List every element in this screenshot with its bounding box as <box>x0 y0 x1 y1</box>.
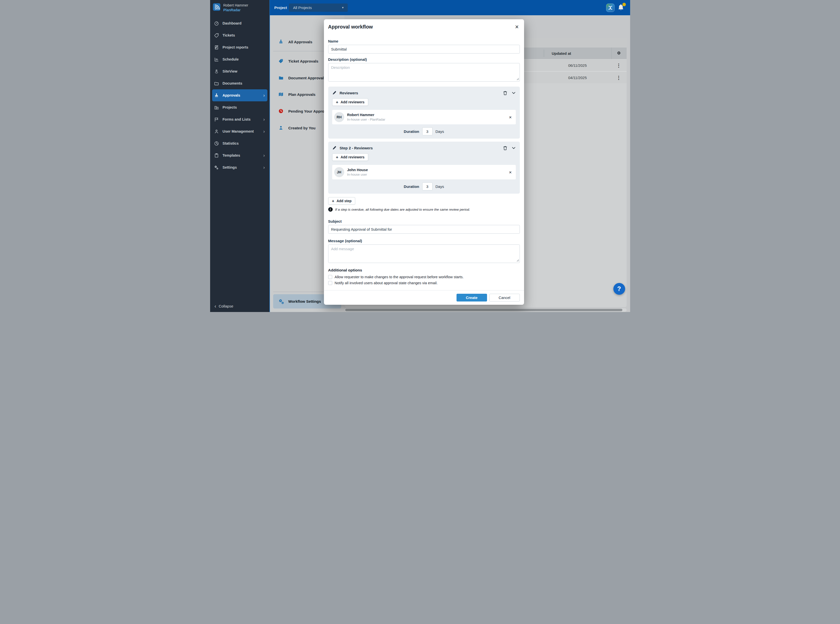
account-block[interactable]: Robert Hammer PlanRadar <box>213 3 249 12</box>
trash-icon[interactable] <box>503 146 508 150</box>
description-label: Description (optional) <box>328 57 520 62</box>
info-note: If a step is overdue, all following due … <box>335 208 470 212</box>
approval-workflow-modal: Approval workflow × Name Description (op… <box>324 19 524 305</box>
flag-icon <box>214 117 219 122</box>
info-icon: i <box>328 207 333 212</box>
sidebar-item-statistics[interactable]: Statistics <box>210 137 269 149</box>
clock-icon <box>278 108 283 114</box>
edit-pencil-icon[interactable] <box>332 91 337 95</box>
tag-icon <box>278 59 283 63</box>
chevron-right-icon: › <box>263 129 265 134</box>
updated-at-header[interactable]: Updated at <box>552 48 571 59</box>
updated-at-cell: 04/11/2025 <box>544 72 611 83</box>
notification-badge <box>622 3 626 6</box>
reviewer-subtitle: In-house user - PlanRadar <box>347 117 385 121</box>
sidebar-item-dashboard[interactable]: Dashboard <box>210 17 269 29</box>
notify-users-option[interactable]: Notify all involved users about approval… <box>328 281 520 285</box>
user-name: Robert Hammer <box>223 3 249 7</box>
collapse-sidebar-button[interactable]: ‹ Collapse <box>215 303 233 309</box>
description-textarea[interactable] <box>328 63 520 82</box>
sidebar-item-documents[interactable]: Documents <box>210 77 269 89</box>
chevron-right-icon: › <box>263 165 265 170</box>
duration-label: Duration <box>404 129 419 134</box>
duration-unit: Days <box>435 129 444 134</box>
sidebar-item-project-reports[interactable]: Project reports <box>210 41 269 53</box>
sidebar-item-forms-and-lists[interactable]: Forms and Lists › <box>210 113 269 125</box>
step-title: Reviewers <box>340 91 503 95</box>
sidebar-item-user-management[interactable]: User Management › <box>210 125 269 137</box>
project-dropdown[interactable]: All Projects ▼ <box>289 3 348 12</box>
sidebar-item-approvals[interactable]: Approvals › <box>212 89 267 101</box>
workflow-step-2: Step 2 - Reviewers + Add reviewers JH Jo… <box>328 142 520 194</box>
trash-icon[interactable] <box>503 91 508 95</box>
folder-icon <box>278 75 283 80</box>
add-reviewers-button[interactable]: + Add reviewers <box>332 153 369 161</box>
chevron-right-icon: › <box>263 93 265 97</box>
subject-label: Subject <box>328 219 520 224</box>
connect-icon <box>608 5 613 11</box>
subject-input[interactable] <box>328 225 520 234</box>
app-switcher-button[interactable] <box>606 3 615 12</box>
duration-input[interactable] <box>422 127 432 135</box>
name-input[interactable] <box>328 45 520 54</box>
edit-pencil-icon[interactable] <box>332 146 337 150</box>
chevron-down-icon[interactable] <box>511 146 516 150</box>
person-icon <box>214 129 219 134</box>
map-icon <box>278 92 283 97</box>
sidebar-item-templates[interactable]: Templates › <box>210 149 269 161</box>
sidebar-item-tickets[interactable]: Tickets <box>210 29 269 41</box>
stamp-icon <box>214 93 219 98</box>
plus-icon: + <box>336 155 338 159</box>
notifications-button[interactable] <box>618 4 625 12</box>
stamp-icon <box>278 39 283 44</box>
top-bar: Project All Projects ▼ <box>270 0 630 15</box>
allow-changes-option[interactable]: Allow requester to make changes to the a… <box>328 275 520 279</box>
horizontal-scrollbar-track[interactable] <box>344 308 627 312</box>
chevron-down-icon[interactable] <box>511 91 516 95</box>
create-button[interactable]: Create <box>457 294 487 301</box>
clipboard-icon <box>214 153 219 158</box>
planradar-logo <box>213 3 220 11</box>
duration-unit: Days <box>435 184 444 188</box>
question-mark-icon: ? <box>617 285 621 292</box>
reviewer-name: Robert Hammer <box>347 113 385 117</box>
checkbox[interactable] <box>328 275 332 279</box>
avatar: JH <box>334 167 344 177</box>
duration-input[interactable] <box>422 182 432 190</box>
workflow-gears-icon <box>278 298 284 304</box>
close-icon[interactable]: × <box>514 23 520 31</box>
add-reviewers-button[interactable]: + Add reviewers <box>332 98 369 106</box>
plus-icon: + <box>332 199 334 203</box>
row-menu-kebab-icon[interactable]: ⋮ <box>616 60 621 71</box>
horizontal-scrollbar-thumb[interactable] <box>345 309 622 311</box>
report-icon <box>214 45 219 50</box>
plus-icon: + <box>336 100 338 104</box>
remove-reviewer-icon[interactable]: × <box>509 115 511 120</box>
cancel-button[interactable]: Cancel <box>489 294 520 301</box>
reviewer-card: JH John House In-house user × <box>332 165 516 179</box>
table-settings-gear-icon[interactable] <box>616 51 621 56</box>
message-textarea[interactable] <box>328 244 520 263</box>
sidebar-item-schedule[interactable]: Schedule <box>210 53 269 65</box>
person-icon <box>278 125 283 130</box>
pie-chart-icon <box>214 141 219 146</box>
name-label: Name <box>328 39 520 43</box>
folder-icon <box>214 81 219 86</box>
workflow-step-1: Reviewers + Add reviewers RH Robert Hamm… <box>328 86 520 139</box>
main-sidebar: Robert Hammer PlanRadar Dashboard Ticket… <box>210 0 270 312</box>
add-step-button[interactable]: + Add step <box>328 197 355 205</box>
sidebar-item-siteview[interactable]: SiteView <box>210 65 269 77</box>
sidebar-item-projects[interactable]: Projects <box>210 101 269 113</box>
buildings-icon <box>214 105 219 110</box>
checkbox[interactable] <box>328 281 332 285</box>
person-pin-icon <box>214 69 219 74</box>
additional-options-label: Additional options <box>328 268 520 272</box>
project-dropdown-value: All Projects <box>293 6 342 10</box>
row-menu-kebab-icon[interactable]: ⋮ <box>616 72 621 83</box>
modal-footer: Create Cancel <box>324 290 524 305</box>
sidebar-item-settings[interactable]: Settings › <box>210 161 269 173</box>
gauge-icon <box>214 21 219 26</box>
remove-reviewer-icon[interactable]: × <box>509 170 511 175</box>
help-button[interactable]: ? <box>613 283 625 295</box>
gears-icon <box>214 165 219 170</box>
